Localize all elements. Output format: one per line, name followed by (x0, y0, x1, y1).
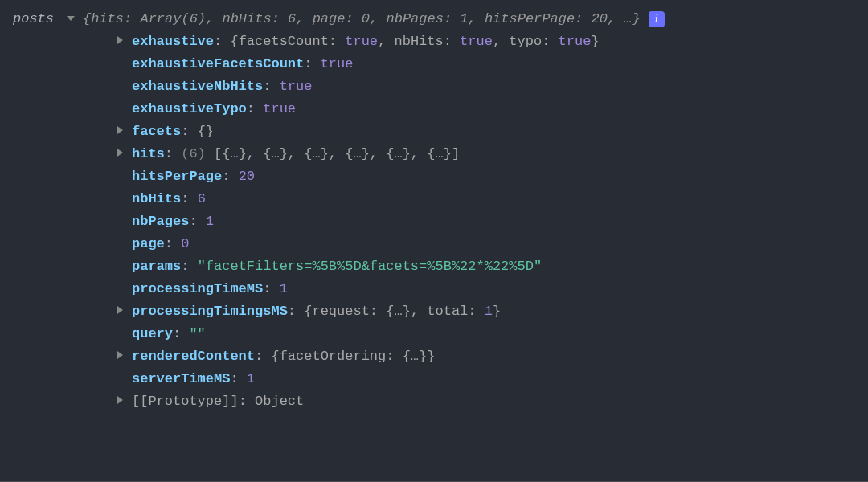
colon: : (239, 390, 255, 413)
property-value: true (345, 31, 378, 53)
expand-spacer (117, 98, 132, 120)
property-row[interactable]: hits: (6) [{…}, {…}, {…}, {…}, {…}, {…}] (13, 143, 855, 165)
expand-spacer (117, 76, 132, 98)
colon: : (263, 278, 279, 300)
property-key: exhaustive (132, 31, 214, 53)
property-value: 1 (485, 300, 493, 323)
property-value: } (493, 300, 501, 323)
property-row: exhaustiveFacetsCount: true (13, 53, 855, 76)
property-key: hitsPerPage (132, 165, 222, 188)
expand-spacer (117, 165, 132, 188)
property-value: , nbHits: (378, 31, 460, 53)
property-value: } (591, 31, 599, 53)
property-key: nbHits (132, 188, 181, 210)
property-row[interactable]: renderedContent: {facetOrdering: {…}} (13, 345, 855, 368)
property-key: facets (132, 120, 181, 143)
property-value: Object (255, 390, 304, 413)
property-key: exhaustiveTypo (132, 98, 247, 120)
property-key: serverTimeMS (132, 368, 230, 390)
property-key: hits (132, 143, 165, 165)
expand-right-icon[interactable] (117, 36, 123, 44)
expand-spacer (117, 323, 132, 345)
colon: : (222, 165, 238, 188)
property-key: page (132, 233, 165, 255)
property-value: 1 (206, 210, 214, 233)
info-icon[interactable]: i (649, 11, 665, 27)
property-row: processingTimeMS: 1 (13, 278, 855, 300)
property-row[interactable]: processingTimingsMS: {request: {…}, tota… (13, 300, 855, 323)
property-row[interactable]: facets: {} (13, 120, 855, 143)
colon: : (255, 345, 271, 368)
expand-spacer (117, 188, 132, 210)
property-value: true (280, 76, 313, 98)
object-body: exhaustive: {facetsCount: true, nbHits: … (13, 31, 855, 413)
colon: : (165, 143, 181, 165)
property-value: [{…}, {…}, {…}, {…}, {…}, {…}] (214, 143, 460, 165)
property-row: serverTimeMS: 1 (13, 368, 855, 390)
colon: : (263, 76, 279, 98)
expand-spacer (117, 53, 132, 76)
property-value: {} (198, 120, 214, 143)
property-key: processingTimeMS (132, 278, 263, 300)
property-value: (6) (181, 143, 214, 165)
expand-spacer (117, 255, 132, 278)
expand-spacer (117, 210, 132, 233)
expand-right-icon[interactable] (117, 396, 123, 404)
property-key: query (132, 323, 173, 345)
expand-spacer (117, 233, 132, 255)
property-value: true (321, 53, 354, 76)
property-value: "facetFilters=%5B%5D&facets=%5B%22*%22%5… (198, 255, 542, 278)
colon: : (230, 368, 246, 390)
colon: : (304, 53, 320, 76)
expand-spacer (117, 278, 132, 300)
property-value: 20 (239, 165, 255, 188)
property-value: true (559, 31, 592, 53)
property-value: true (263, 98, 296, 120)
property-value: {facetOrdering: {…}} (271, 345, 435, 368)
property-value: 1 (280, 278, 288, 300)
property-row: exhaustiveTypo: true (13, 98, 855, 120)
colon: : (173, 323, 189, 345)
property-value: {facetsCount: (230, 31, 345, 53)
expand-right-icon[interactable] (117, 149, 123, 157)
variable-name: posts (13, 8, 54, 31)
colon: : (189, 210, 205, 233)
colon: : (288, 300, 304, 323)
property-row: nbHits: 6 (13, 188, 855, 210)
property-row: hitsPerPage: 20 (13, 165, 855, 188)
property-key: params (132, 255, 181, 278)
colon: : (247, 98, 263, 120)
property-value: 0 (181, 233, 189, 255)
expand-right-icon[interactable] (117, 351, 123, 359)
property-row[interactable]: exhaustive: {facetsCount: true, nbHits: … (13, 31, 855, 53)
property-row: nbPages: 1 (13, 210, 855, 233)
property-value: "" (189, 323, 205, 345)
expand-right-icon[interactable] (117, 306, 123, 314)
property-value: true (460, 31, 493, 53)
property-key: [[Prototype]] (132, 390, 239, 413)
property-key: exhaustiveNbHits (132, 76, 263, 98)
property-key: nbPages (132, 210, 189, 233)
object-header[interactable]: posts {hits: Array(6), nbHits: 6, page: … (13, 8, 855, 31)
object-summary: {hits: Array(6), nbHits: 6, page: 0, nbP… (83, 8, 641, 31)
expand-right-icon[interactable] (117, 126, 123, 134)
property-key: renderedContent (132, 345, 255, 368)
property-value: {request: {…}, total: (304, 300, 484, 323)
property-row: query: "" (13, 323, 855, 345)
expand-down-icon[interactable] (67, 16, 75, 21)
expand-spacer (117, 368, 132, 390)
property-value: 1 (247, 368, 255, 390)
property-value: , typo: (493, 31, 559, 53)
property-value: 6 (198, 188, 206, 210)
colon: : (181, 255, 197, 278)
property-row[interactable]: [[Prototype]]: Object (13, 390, 855, 413)
property-key: exhaustiveFacetsCount (132, 53, 304, 76)
property-key: processingTimingsMS (132, 300, 288, 323)
colon: : (165, 233, 181, 255)
colon: : (181, 120, 197, 143)
property-row: params: "facetFilters=%5B%5D&facets=%5B%… (13, 255, 855, 278)
colon: : (214, 31, 230, 53)
colon: : (181, 188, 197, 210)
property-row: page: 0 (13, 233, 855, 255)
property-row: exhaustiveNbHits: true (13, 76, 855, 98)
